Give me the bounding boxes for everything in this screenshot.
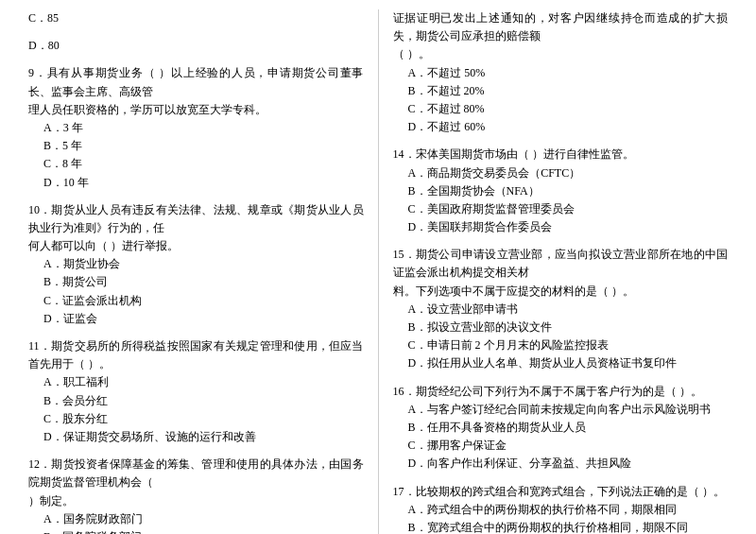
left-column: C．85 D．80 9．具有从事期货业务（ ）以上经验的人员，申请期货公司董事长… (28, 9, 364, 534)
q11-option-a: A．职工福利 (28, 373, 364, 391)
column-divider (378, 9, 379, 534)
question-12: 12．期货投资者保障基金的筹集、管理和使用的具体办法，由国务院期货监督管理机构会… (28, 456, 364, 534)
q14-option-c: C．美国政府期货监督管理委员会 (393, 200, 729, 218)
q16-line1: 16．期货经纪公司下列行为不属于不属于客户行为的是（ ）。 (393, 383, 729, 401)
q10-option-d: D．证监会 (28, 310, 364, 328)
q13-option-d: D．不超过 60% (393, 118, 729, 136)
q10-option-a: A．期货业协会 (28, 255, 364, 273)
q9-option-b: B．5 年 (28, 137, 364, 155)
question-9: 9．具有从事期货业务（ ）以上经验的人员，申请期货公司董事长、监事会主席、高级管… (28, 64, 364, 191)
question-13-cont: 证据证明已发出上述通知的，对客户因继续持仓而造成的扩大损失，期货公司应承担的赔偿… (393, 9, 729, 136)
q11-option-b: B．会员分红 (28, 392, 364, 410)
q12-line1: 12．期货投资者保障基金的筹集、管理和使用的具体办法，由国务院期货监督管理机构会… (28, 456, 364, 491)
option-d80-text: D．80 (28, 37, 364, 55)
q11-option-c: C．股东分红 (28, 410, 364, 428)
q12-option-b: B．国务院税务部门 (28, 528, 364, 534)
q9-line2: 理人员任职资格的，学历可以放宽至大学专科。 (28, 101, 364, 119)
q15-line2: 料。下列选项中不属于应提交的材料的是（ ）。 (393, 283, 729, 301)
q15-option-b: B．拟设立营业部的决议文件 (393, 319, 729, 336)
question-15: 15．期货公司申请设立营业部，应当向拟设立营业部所在地的中国证监会派出机构提交相… (393, 246, 729, 372)
q10-option-b: B．期货公司 (28, 273, 364, 291)
q14-line1: 14．宋体美国期货市场由（ ）进行自律性监管。 (393, 146, 729, 164)
q16-option-b: B．任用不具备资格的期货从业人员 (393, 419, 729, 437)
q14-option-b: B．全国期货协会（NFA） (393, 182, 729, 200)
q9-option-a: A．3 年 (28, 119, 364, 137)
q10-option-c: C．证监会派出机构 (28, 292, 364, 310)
right-column: 证据证明已发出上述通知的，对客户因继续持仓而造成的扩大损失，期货公司应承担的赔偿… (393, 9, 729, 534)
question-14: 14．宋体美国期货市场由（ ）进行自律性监管。 A．商品期货交易委员会（CFTC… (393, 146, 729, 236)
q13-option-c: C．不超过 80% (393, 100, 729, 118)
q13-cont-line2: （ ）。 (393, 45, 729, 63)
q9-line1: 9．具有从事期货业务（ ）以上经验的人员，申请期货公司董事长、监事会主席、高级管 (28, 64, 364, 100)
option-d80: D．80 (28, 37, 364, 55)
page-content: C．85 D．80 9．具有从事期货业务（ ）以上经验的人员，申请期货公司董事长… (28, 9, 728, 534)
q15-option-a: A．设立营业部申请书 (393, 301, 729, 319)
q17-line1: 17．比较期权的跨式组合和宽跨式组合，下列说法正确的是（ ）。 (393, 483, 729, 501)
q17-option-b: B．宽跨式组合中的两份期权的执行价格相同，期限不同 (393, 519, 729, 534)
q10-line1: 10．期货从业人员有违反有关法律、法规、规章或《期货从业人员执业行为准则》行为的… (28, 201, 364, 237)
q12-option-a: A．国务院财政部门 (28, 510, 364, 528)
question-17: 17．比较期权的跨式组合和宽跨式组合，下列说法正确的是（ ）。 A．跨式组合中的… (393, 483, 729, 535)
q15-line1: 15．期货公司申请设立营业部，应当向拟设立营业部所在地的中国证监会派出机构提交相… (393, 246, 729, 282)
q11-line1: 11．期货交易所的所得税益按照国家有关规定管理和使用，但应当首先用于（ ）。 (28, 337, 364, 373)
q16-option-d: D．向客户作出利保证、分享盈益、共担风险 (393, 455, 729, 473)
q14-option-a: A．商品期货交易委员会（CFTC） (393, 164, 729, 182)
q9-option-d: D．10 年 (28, 174, 364, 192)
q13-cont-line1: 证据证明已发出上述通知的，对客户因继续持仓而造成的扩大损失，期货公司应承担的赔偿… (393, 9, 729, 45)
q11-option-d: D．保证期货交易场所、设施的运行和改善 (28, 428, 364, 446)
q9-option-c: C．8 年 (28, 155, 364, 173)
q13-option-b: B．不超过 20% (393, 82, 729, 100)
option-c85-text: C．85 (28, 9, 364, 27)
q14-option-d: D．美国联邦期货合作委员会 (393, 218, 729, 236)
q17-option-a: A．跨式组合中的两份期权的执行价格不同，期限相同 (393, 501, 729, 519)
q15-option-d: D．拟任用从业人名单、期货从业人员资格证书复印件 (393, 354, 729, 372)
q15-option-c: C．申请日前 2 个月月末的风险监控报表 (393, 336, 729, 354)
q10-line2: 何人都可以向（ ）进行举报。 (28, 237, 364, 255)
question-11: 11．期货交易所的所得税益按照国家有关规定管理和使用，但应当首先用于（ ）。 A… (28, 337, 364, 446)
question-10: 10．期货从业人员有违反有关法律、法规、规章或《期货从业人员执业行为准则》行为的… (28, 201, 364, 328)
question-16: 16．期货经纪公司下列行为不属于不属于客户行为的是（ ）。 A．与客户签订经纪合… (393, 383, 729, 474)
option-c85: C．85 (28, 9, 364, 27)
q13-option-a: A．不超过 50% (393, 64, 729, 82)
q16-option-c: C．挪用客户保证金 (393, 437, 729, 455)
q12-line2: ）制定。 (28, 492, 364, 510)
q16-option-a: A．与客户签订经纪合同前未按规定向向客户出示风险说明书 (393, 401, 729, 419)
